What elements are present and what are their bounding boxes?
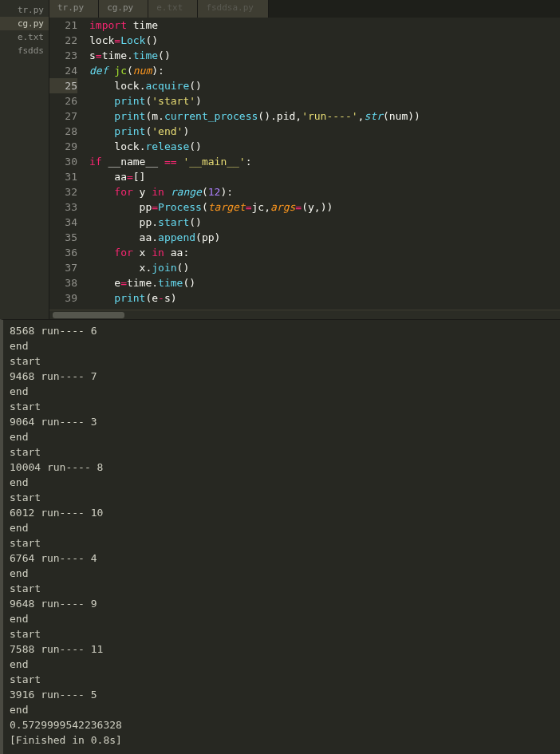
line-number: 28: [49, 124, 77, 139]
code-line[interactable]: e=time.time(): [89, 275, 560, 290]
code-line[interactable]: lock.release(): [89, 139, 560, 154]
line-number: 31: [49, 169, 77, 184]
code-line[interactable]: s=time.time(): [89, 48, 560, 63]
line-number: 23: [49, 48, 77, 63]
sidebar-file[interactable]: e.txt: [0, 30, 49, 44]
code-line[interactable]: lock.acquire(): [89, 78, 560, 93]
line-number: 27: [49, 109, 77, 124]
code-line[interactable]: def jc(num):: [89, 63, 560, 78]
code-line[interactable]: print(m.current_process().pid,'run----',…: [89, 109, 560, 124]
code-line[interactable]: pp.start(): [89, 215, 560, 230]
file-sidebar: tr.pycg.pye.txtfsdds: [0, 0, 49, 319]
code-line[interactable]: for x in aa:: [89, 245, 560, 260]
line-number: 22: [49, 33, 77, 48]
line-number: 29: [49, 139, 77, 154]
code-line[interactable]: aa.append(pp): [89, 230, 560, 245]
tab-bar: tr.pycg.pye.txtfsddsa.py: [49, 0, 560, 18]
line-number: 24: [49, 63, 77, 78]
code-line[interactable]: import time: [89, 18, 560, 33]
code-line[interactable]: print(e-s): [89, 290, 560, 306]
line-number: 34: [49, 215, 77, 230]
editor-region: tr.pycg.pye.txtfsdds tr.pycg.pye.txtfsdd…: [0, 0, 560, 319]
line-number: 32: [49, 184, 77, 199]
line-number: 25: [49, 78, 77, 93]
output-panel[interactable]: 8568 run---- 6 end start 9468 run---- 7 …: [0, 319, 560, 754]
code-line[interactable]: aa=[]: [89, 169, 560, 184]
editor-tab[interactable]: fsddsa.py: [198, 0, 269, 18]
horizontal-scrollbar[interactable]: [49, 310, 560, 319]
sidebar-file[interactable]: fsdds: [0, 44, 49, 57]
line-number: 38: [49, 275, 77, 290]
line-number: 35: [49, 230, 77, 245]
code-line[interactable]: pp=Process(target=jc,args=(y,)): [89, 199, 560, 215]
line-number: 37: [49, 260, 77, 275]
code-line[interactable]: if __name__ == '__main__':: [89, 154, 560, 169]
line-number: 39: [49, 290, 77, 306]
code-content[interactable]: import timelock=Lock()s=time.time()def j…: [85, 18, 560, 310]
line-number: 21: [49, 18, 77, 33]
line-number: 26: [49, 93, 77, 109]
code-line[interactable]: x.join(): [89, 260, 560, 275]
sidebar-file[interactable]: tr.py: [0, 3, 49, 17]
code-line[interactable]: print('start'): [89, 93, 560, 109]
line-number: 33: [49, 199, 77, 215]
code-line[interactable]: lock=Lock(): [89, 33, 560, 48]
editor-area: tr.pycg.pye.txtfsddsa.py 212223242526272…: [49, 0, 560, 319]
scrollbar-thumb[interactable]: [53, 312, 124, 318]
code-area[interactable]: 2122232425262728293031323334353637383940…: [49, 18, 560, 310]
line-number: 36: [49, 245, 77, 260]
code-line[interactable]: print('end'): [89, 124, 560, 139]
editor-tab[interactable]: cg.py: [99, 0, 148, 18]
line-gutter: 2122232425262728293031323334353637383940: [49, 18, 85, 310]
code-line[interactable]: for y in range(12):: [89, 184, 560, 199]
editor-tab[interactable]: tr.py: [49, 0, 99, 18]
editor-tab[interactable]: e.txt: [148, 0, 198, 18]
line-number: 30: [49, 154, 77, 169]
sidebar-file[interactable]: cg.py: [0, 17, 49, 30]
